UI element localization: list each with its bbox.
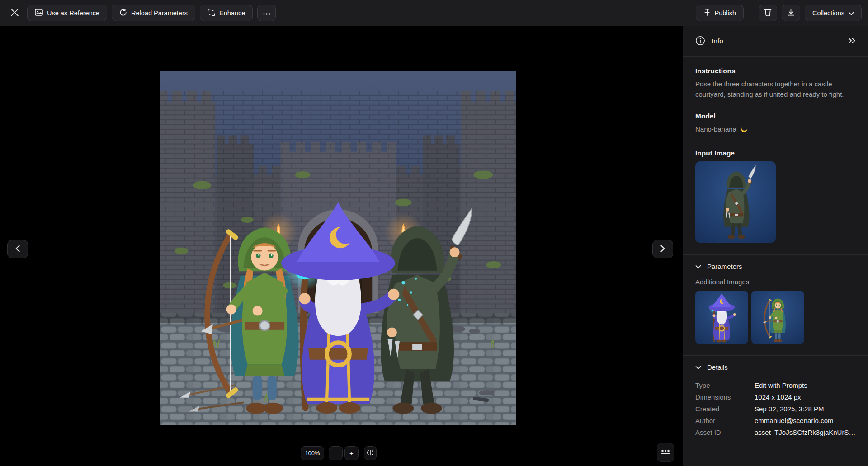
enhance-icon [208,9,215,18]
chevron-right-icon [660,245,665,254]
thumbnail-strip-toggle-button[interactable] [657,443,674,462]
download-button[interactable] [782,5,800,21]
top-toolbar: Use as Reference Reload Parameters Enhan… [0,0,868,26]
chevron-down-icon [695,263,701,270]
model-heading: Model [695,112,857,120]
info-panel-header: Info [683,26,868,57]
download-icon [787,9,795,18]
zoom-in-button[interactable]: + [344,446,359,460]
additional-image-wizard-thumbnail[interactable] [695,291,748,344]
detail-row-author: Author emmanuel@scenario.com [695,415,857,427]
next-image-button[interactable] [652,240,673,258]
banana-icon [740,124,748,134]
input-image-heading: Input Image [695,149,857,157]
zoom-level-button[interactable]: 100% [301,446,324,460]
use-as-reference-button[interactable]: Use as Reference [27,5,107,21]
input-image-thumbnail[interactable] [695,161,776,243]
chevron-down-icon [695,363,701,371]
detail-row-dimensions: Dimensions 1024 x 1024 px [695,391,857,403]
publish-button[interactable]: Publish [696,5,744,21]
filmstrip-icon [661,448,670,457]
parameters-section-header[interactable]: Parameters [695,255,857,276]
toolbar-separator [751,8,751,18]
ellipsis-icon [263,9,271,17]
delete-button[interactable] [759,5,777,21]
fit-width-icon [367,450,373,457]
zoom-controls: 100% − + [301,446,377,460]
previous-image-button[interactable] [7,240,28,258]
reload-parameters-label: Reload Parameters [131,9,188,17]
pin-icon [703,9,711,18]
use-as-reference-label: Use as Reference [47,9,99,17]
close-button[interactable] [6,5,23,21]
generated-image[interactable] [160,71,516,425]
image-icon [35,9,43,18]
additional-image-archer-thumbnail[interactable] [751,291,804,344]
fit-to-screen-button[interactable] [364,446,377,460]
parameters-heading: Parameters [707,263,742,270]
chevron-down-icon [849,9,854,17]
more-options-button[interactable] [257,5,276,21]
chevron-left-icon [15,245,20,254]
collapse-panel-button[interactable] [845,35,858,47]
zoom-out-button[interactable]: − [329,446,343,460]
publish-label: Publish [715,9,736,17]
detail-row-asset-id: Asset ID asset_TJoJsSGfzRk3gjaKnUrS… [695,427,857,438]
panel-title: Info [712,37,845,45]
info-icon [695,36,705,47]
detail-row-created: Created Sep 02, 2025, 3:28 PM [695,403,857,415]
instructions-text: Pose the three characters together in a … [695,79,857,99]
viewer-canvas: 100% − + [0,26,683,466]
detail-row-type: Type Edit with Prompts [695,380,857,391]
model-name: Nano-banana [695,125,736,133]
reload-icon [119,9,127,18]
collections-button[interactable]: Collections [805,5,862,21]
double-chevron-right-icon [848,38,856,45]
details-heading: Details [707,363,728,371]
info-panel: Info Instructions Pose the three charact… [683,26,868,466]
enhance-button[interactable]: Enhance [200,5,253,21]
additional-images-label: Additional Images [695,278,857,286]
trash-icon [764,8,772,18]
details-section-header[interactable]: Details [695,356,857,377]
reload-parameters-button[interactable]: Reload Parameters [112,5,195,21]
instructions-heading: Instructions [695,67,857,75]
close-icon [11,9,19,18]
collections-label: Collections [812,9,844,17]
enhance-label: Enhance [219,9,245,17]
